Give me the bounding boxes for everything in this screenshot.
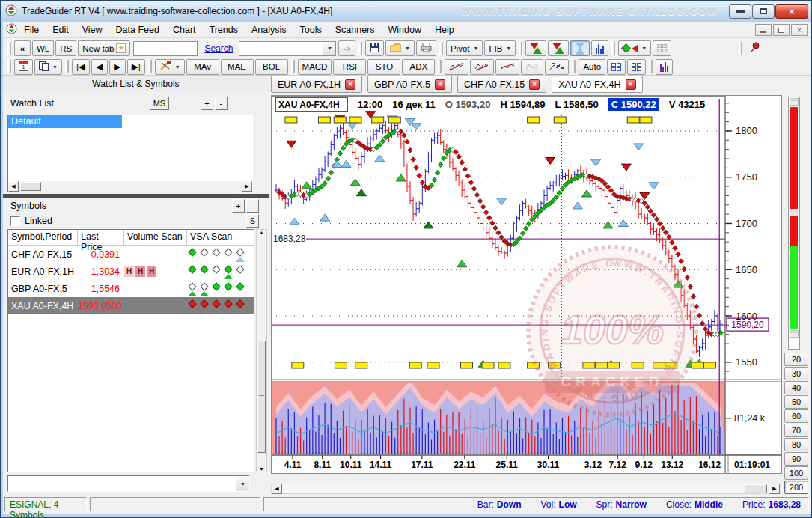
restore-button[interactable] <box>752 4 775 19</box>
open-button[interactable]: ▼ <box>385 40 415 56</box>
trendline-steps-button[interactable] <box>545 59 569 75</box>
scroll-right-icon[interactable]: ▶ <box>769 484 780 494</box>
diamond-scan-button[interactable]: ▼ <box>618 40 651 56</box>
indicator-button-bol[interactable]: BOL <box>255 59 288 75</box>
scroll-left-icon[interactable]: ◀ <box>272 484 282 494</box>
slider-fill[interactable] <box>790 107 798 329</box>
save-button[interactable] <box>365 40 384 56</box>
scrollbar-thumb[interactable] <box>20 182 41 191</box>
bars-count-button-80[interactable]: 80 <box>784 438 808 451</box>
watchlist-remove-button[interactable]: - <box>215 97 228 110</box>
toolbar-grip[interactable] <box>148 60 152 73</box>
close-tab-icon[interactable]: × <box>626 79 636 90</box>
symbols-vscrollbar[interactable]: ▲ ▼ <box>256 229 267 472</box>
watchlist-add-button[interactable]: + <box>201 97 213 110</box>
nav-last-button[interactable]: ▶| <box>127 59 145 75</box>
signals-flag-button[interactable] <box>548 40 569 56</box>
menu-item-scanners[interactable]: Scanners <box>329 22 382 37</box>
close-button[interactable]: × <box>775 4 808 19</box>
scrollbar-thumb[interactable] <box>745 484 767 493</box>
symbol-search-input[interactable] <box>133 41 198 56</box>
toolbar-grip[interactable] <box>572 60 576 73</box>
tab-GBP-A0-FX-5[interactable]: GBP A0-FX,5× <box>367 76 452 93</box>
symbol-row-xau[interactable]: XAU A0-FX,4H1590,0500 <box>8 297 254 314</box>
symbol-combo[interactable]: ▼ <box>239 41 336 56</box>
child-minimize-button[interactable] <box>755 24 772 36</box>
grid-view-button[interactable] <box>607 59 626 75</box>
indicator-button-mae[interactable]: MAE <box>221 59 254 75</box>
histogram-button[interactable] <box>591 40 608 56</box>
scroll-right-icon[interactable]: ▶ <box>242 181 252 192</box>
watchlist-hscrollbar[interactable]: ◀ ▶ <box>8 181 252 192</box>
title-bar[interactable]: TradeGuider RT V4 [ www.traiding-softwar… <box>1 1 812 22</box>
nav-first-button[interactable]: |◀ <box>72 59 90 75</box>
nav-prev-button[interactable]: ◀ <box>91 59 108 75</box>
search-link[interactable]: Search <box>204 43 233 54</box>
indicator-button-sto[interactable]: STO <box>367 59 400 75</box>
vsa-histogram-button[interactable] <box>656 59 673 75</box>
linked-checkbox[interactable] <box>10 216 20 226</box>
bars-count-button-70[interactable]: 70 <box>784 424 808 437</box>
symbol-row-eur[interactable]: EUR A0-FX,1H1,3034HHH <box>8 263 254 280</box>
trendline-button-2[interactable] <box>470 59 494 75</box>
toolbar-grip[interactable] <box>291 60 295 73</box>
symbol-add-button[interactable]: + <box>232 199 245 213</box>
toolbar-grip[interactable] <box>649 60 653 73</box>
watchlist-item-default[interactable]: Default <box>8 115 122 128</box>
bars-count-button-60[interactable]: 60 <box>784 409 808 423</box>
pivot-button[interactable]: Pivot▼ <box>446 40 483 56</box>
menu-item-view[interactable]: View <box>76 22 109 37</box>
price-chart-canvas[interactable]: 1683,281590,2015501600165017001750180081… <box>271 95 782 474</box>
toolbar-grip[interactable] <box>7 42 11 55</box>
pin-button[interactable] <box>745 40 763 56</box>
chevron-down-icon[interactable]: ▼ <box>323 42 335 55</box>
menu-item-data-feed[interactable]: Data Feed <box>109 22 166 37</box>
signals-button[interactable] <box>525 40 546 56</box>
trendline-button-1[interactable] <box>445 59 468 75</box>
bars-count-button-20[interactable]: 20 <box>784 353 808 366</box>
price-range-slider[interactable] <box>788 97 800 350</box>
calendar-button[interactable]: 1 <box>14 59 33 75</box>
tools-button[interactable]: ▼ <box>155 59 185 75</box>
bars-count-button-40[interactable]: 40 <box>784 381 808 394</box>
symbol-select-combo[interactable]: ▼ <box>7 475 250 492</box>
toolbar-grip[interactable] <box>65 60 69 73</box>
fib-button[interactable]: FIB▼ <box>484 40 516 56</box>
tab-CHF-A0-FX-15[interactable]: CHF A0-FX,15× <box>457 76 546 93</box>
tab-XAU-A0-FX-4H[interactable]: XAU A0-FX,4H× <box>552 76 642 93</box>
auto-button[interactable]: Auto <box>579 59 605 75</box>
trendline-button-3[interactable] <box>495 59 519 75</box>
scan-button[interactable]: S <box>246 214 259 228</box>
symbol-row-gbp[interactable]: GBP A0-FX,51,5546 <box>8 280 254 297</box>
menu-item-chart[interactable]: Chart <box>166 22 203 37</box>
rs-panel-button[interactable]: RS <box>55 40 76 56</box>
chart-symbol-box[interactable]: XAU A0-FX,4H <box>275 97 348 112</box>
child-close-button[interactable]: × <box>791 24 808 36</box>
tab-EUR-A0-FX-1H[interactable]: EUR A0-FX,1H× <box>271 76 362 93</box>
chevron-down-icon[interactable]: ▼ <box>236 476 249 491</box>
bars-count-button-200[interactable]: 200 <box>784 481 808 494</box>
close-tab-icon[interactable]: × <box>529 79 540 90</box>
bars-count-button-30[interactable]: 30 <box>784 367 808 380</box>
symbols-table-header[interactable]: Symbol,Period Last Price Volume Scan VSA… <box>8 230 254 246</box>
toolbar-grip[interactable] <box>519 42 522 55</box>
menu-item-analysis[interactable]: Analysis <box>245 22 293 37</box>
menu-item-help[interactable]: Help <box>428 22 461 37</box>
trendline-button-disabled[interactable] <box>521 59 543 75</box>
scroll-left-icon[interactable]: ◀ <box>8 181 19 192</box>
indicator-button-rsi[interactable]: RSI <box>333 59 366 75</box>
indicator-button-macd[interactable]: MACD <box>298 59 332 75</box>
slider-grip[interactable] <box>790 330 799 338</box>
menu-item-trends[interactable]: Trends <box>203 22 245 37</box>
hourglass-signals-button[interactable] <box>570 40 590 56</box>
symbol-row-chf[interactable]: CHF A0-FX,150,9391 <box>8 246 254 263</box>
grid-table-button[interactable] <box>627 59 646 75</box>
ms-button[interactable]: MS <box>150 97 169 110</box>
watchlist-panel-button[interactable]: WL <box>32 40 54 56</box>
bars-count-button-100[interactable]: 100 <box>784 466 808 480</box>
layout-grid-button[interactable] <box>653 40 671 56</box>
chart-hscrollbar[interactable]: ◀ ▶ <box>271 484 781 494</box>
panel-divider[interactable] <box>3 194 269 198</box>
slider-grip[interactable] <box>790 98 799 106</box>
copy-button[interactable]: ▼ <box>34 59 62 75</box>
